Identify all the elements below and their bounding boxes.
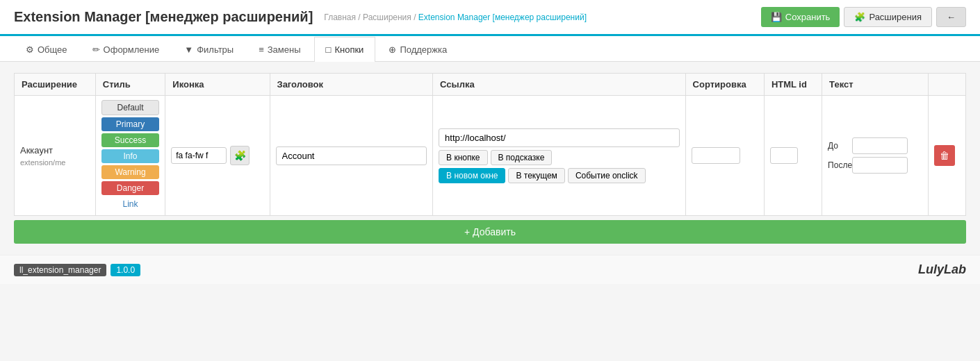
header-buttons: 💾 Сохранить 🧩 Расширения ← [761, 7, 966, 27]
col-html-id: HTML id [764, 74, 822, 96]
footer-logo: LulyLab [918, 262, 966, 277]
cell-delete: 🗑 [928, 96, 965, 216]
tab-general[interactable]: ⚙ Общее [14, 37, 79, 62]
cell-style: Default Primary Success Info Warning Dan… [95, 96, 165, 216]
col-text: Текст [822, 74, 929, 96]
extensions-button[interactable]: 🧩 Расширения [844, 7, 932, 27]
icon-row: 🧩 [171, 146, 263, 165]
puzzle-icon: 🧩 [854, 12, 865, 22]
col-link: Ссылка [433, 74, 685, 96]
text-posle-label: После [828, 160, 849, 170]
filter-icon: ▼ [184, 44, 193, 55]
header-left: Extension Manager [менеджер расширений] … [14, 9, 587, 25]
main-content: Расширение Стиль Иконка Заголовок Ссылка… [0, 62, 980, 255]
text-do-input[interactable] [852, 137, 908, 154]
style-info-btn[interactable]: Info [101, 149, 160, 163]
footer-left: ll_extension_manager 1.0.0 [14, 264, 140, 276]
support-icon: ⊕ [389, 44, 396, 55]
col-extension: Расширение [15, 74, 96, 96]
cell-icon: 🧩 [165, 96, 270, 216]
tab-buttons[interactable]: □ Кнопки [314, 37, 376, 62]
col-icon: Иконка [165, 74, 270, 96]
col-sort: Сортировка [685, 74, 764, 96]
style-success-btn[interactable]: Success [101, 133, 160, 147]
icon-input[interactable] [171, 147, 227, 164]
page-wrapper: Extension Manager [менеджер расширений] … [0, 0, 980, 284]
style-danger-btn[interactable]: Danger [101, 181, 160, 195]
add-row: + Добавить [14, 220, 966, 244]
version-badge: 1.0.0 [111, 264, 140, 276]
col-style: Стиль [95, 74, 165, 96]
trash-icon: 🗑 [940, 150, 949, 161]
breadcrumb-extensions[interactable]: Расширения [363, 12, 411, 22]
buttons-table: Расширение Стиль Иконка Заголовок Ссылка… [14, 73, 966, 216]
style-link-btn[interactable]: Link [101, 197, 160, 211]
text-do-label: До [828, 141, 849, 151]
tab-support[interactable]: ⊕ Поддержка [377, 37, 459, 62]
text-do-posle: До После [828, 137, 922, 174]
col-title: Заголовок [270, 74, 433, 96]
list-icon: ≡ [259, 44, 264, 55]
breadcrumb-home[interactable]: Главная [324, 12, 356, 22]
style-default-btn[interactable]: Default [101, 100, 160, 115]
gear-icon: ⚙ [26, 44, 34, 55]
style-warning-btn[interactable]: Warning [101, 165, 160, 179]
title-input[interactable] [276, 146, 427, 165]
save-button[interactable]: 💾 Сохранить [761, 7, 840, 27]
puzzle-piece-icon: 🧩 [234, 150, 246, 161]
current-window-btn[interactable]: В текущем [508, 168, 564, 183]
breadcrumb-current[interactable]: Extension Manager [менеджер расширений] [418, 12, 587, 22]
add-button[interactable]: + Добавить [14, 220, 966, 244]
tab-design[interactable]: ✏ Оформление [81, 37, 172, 62]
style-buttons-group: Default Primary Success Info Warning Dan… [101, 100, 160, 211]
text-do-row: До [828, 137, 922, 154]
back-button[interactable]: ← [936, 7, 966, 27]
save-icon: 💾 [771, 12, 782, 22]
text-posle-row: После [828, 157, 922, 174]
page-title: Extension Manager [менеджер расширений] [14, 9, 313, 25]
cell-sort [685, 96, 764, 216]
cell-title [270, 96, 433, 216]
button-icon: □ [326, 44, 332, 55]
tabs-bar: ⚙ Общее ✏ Оформление ▼ Фильтры ≡ Замены … [0, 36, 980, 62]
module-badge: ll_extension_manager [14, 264, 106, 276]
col-actions [928, 74, 965, 96]
html-id-input[interactable] [770, 147, 798, 164]
in-button-btn[interactable]: В кнопке [439, 150, 487, 165]
cell-link: В кнопке В подсказке В новом окне В теку… [433, 96, 685, 216]
url-input[interactable] [439, 128, 679, 147]
style-primary-btn[interactable]: Primary [101, 117, 160, 131]
window-target-buttons: В новом окне В текущем Событие onclick [439, 168, 679, 183]
delete-row-button[interactable]: 🗑 [934, 145, 955, 166]
in-tooltip-btn[interactable]: В подсказке [491, 150, 553, 165]
header: Extension Manager [менеджер расширений] … [0, 0, 980, 36]
pencil-icon: ✏ [92, 44, 100, 55]
new-window-btn[interactable]: В новом окне [439, 168, 505, 183]
link-placement-buttons: В кнопке В подсказке [439, 150, 679, 165]
onclick-event-btn[interactable]: Событие onclick [568, 168, 646, 183]
cell-text: До После [822, 96, 929, 216]
extension-name: Аккаунт [20, 145, 90, 156]
sort-input[interactable] [692, 147, 740, 164]
tab-filters[interactable]: ▼ Фильтры [172, 37, 245, 62]
tab-replacements[interactable]: ≡ Замены [247, 37, 312, 62]
cell-html-id [764, 96, 822, 216]
footer: ll_extension_manager 1.0.0 LulyLab [0, 255, 980, 284]
cell-extension: Аккаунт extension/me [15, 96, 96, 216]
text-posle-input[interactable] [852, 157, 908, 174]
table-header-row: Расширение Стиль Иконка Заголовок Ссылка… [15, 74, 966, 96]
extension-path: extension/me [20, 158, 90, 167]
icon-picker-button[interactable]: 🧩 [230, 146, 250, 165]
breadcrumb: Главная / Расширения / Extension Manager… [324, 12, 587, 22]
table-row: Аккаунт extension/me Default Primary Suc… [15, 96, 966, 216]
